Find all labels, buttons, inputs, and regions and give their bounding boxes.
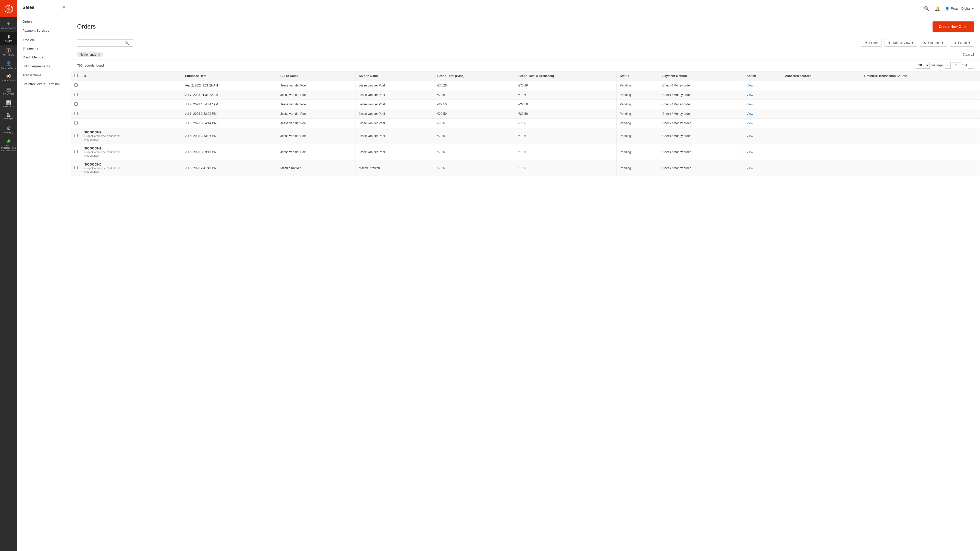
filter-tag-netherlands: Netherlands ✕ bbox=[77, 52, 103, 57]
sidebar-item-sales[interactable]: $ Sales bbox=[0, 32, 18, 45]
columns-button[interactable]: ⚙ Columns ▾ bbox=[920, 39, 947, 47]
cell-bill-to-name: Jesse van der Poel bbox=[277, 119, 355, 128]
page-number-input[interactable] bbox=[952, 62, 961, 68]
sidebar-item-dashboard[interactable]: ⊞ Dashboard bbox=[0, 18, 18, 32]
filter-tag-close-button[interactable]: ✕ bbox=[98, 53, 101, 56]
per-page-dropdown[interactable]: 200 100 50 20 bbox=[916, 62, 930, 68]
customers-icon: 👤 bbox=[6, 62, 11, 65]
flyout-nav-transactions[interactable]: Transactions bbox=[18, 71, 71, 79]
cell-action[interactable]: View bbox=[743, 119, 782, 128]
header-allocated-sources: Allocated sources bbox=[782, 71, 861, 81]
cell-grand-total-purchased: €7.36 bbox=[515, 119, 617, 128]
cell-purchase-date: Jul 6, 2023 3:13:06 PM bbox=[182, 128, 277, 144]
notification-icon[interactable]: 🔔 bbox=[935, 6, 940, 11]
header-purchase-date[interactable]: Purchase Date ↕ bbox=[182, 71, 277, 81]
icon-sidebar: ⊞ Dashboard $ Sales ◫ Catalog 👤 Customer… bbox=[0, 0, 18, 551]
cell-payment-method: Check / Money order bbox=[659, 128, 743, 144]
view-link[interactable]: View bbox=[746, 150, 753, 154]
cell-action[interactable]: View bbox=[743, 144, 782, 160]
view-link[interactable]: View bbox=[746, 93, 753, 97]
cell-order-num: 3000000841GraphCommerce NederlandNederla… bbox=[81, 144, 182, 160]
flyout-nav-credit-memos[interactable]: Credit Memos bbox=[18, 53, 71, 62]
flyout-nav-orders[interactable]: Orders bbox=[18, 17, 71, 26]
sidebar-item-catalog-label: Catalog bbox=[3, 54, 14, 56]
cell-grand-total-purchased: €7.36 bbox=[515, 160, 617, 176]
flyout-nav-shipments[interactable]: Shipments bbox=[18, 44, 71, 53]
cell-purchase-date: Aug 2, 2023 9:21:29 AM bbox=[182, 81, 277, 90]
row-checkbox[interactable] bbox=[74, 93, 78, 96]
row-checkbox[interactable] bbox=[74, 150, 78, 153]
export-button[interactable]: ⬇ Export ▾ bbox=[950, 39, 974, 47]
cell-grand-total-base: €7.36 bbox=[434, 160, 515, 176]
sidebar-item-customers[interactable]: 👤 Customers bbox=[0, 59, 18, 72]
view-link[interactable]: View bbox=[746, 84, 753, 87]
flyout-nav-invoices[interactable]: Invoices bbox=[18, 35, 71, 44]
row-checkbox[interactable] bbox=[74, 112, 78, 115]
table-row: 3000000841GraphCommerce NederlandNederla… bbox=[71, 144, 980, 160]
select-all-checkbox[interactable] bbox=[74, 74, 78, 77]
flyout-close-button[interactable]: ✕ bbox=[62, 5, 65, 10]
cell-action[interactable]: View bbox=[743, 90, 782, 100]
pagination-controls: 200 100 50 20 per page ‹ of 4 › bbox=[916, 62, 974, 68]
search-icon[interactable]: 🔍 bbox=[924, 6, 929, 11]
cell-action[interactable]: View bbox=[743, 100, 782, 109]
flyout-header: Sales ✕ bbox=[18, 0, 71, 15]
pagination-next-button[interactable]: › bbox=[968, 62, 974, 68]
create-new-order-button[interactable]: Create New Order bbox=[932, 21, 974, 32]
header-action: Action bbox=[743, 71, 782, 81]
sidebar-item-system-label: System bbox=[4, 132, 14, 135]
row-checkbox[interactable] bbox=[74, 166, 78, 169]
view-link[interactable]: View bbox=[746, 134, 753, 138]
clear-all-link[interactable]: Clear all bbox=[963, 53, 974, 56]
flyout-nav-payment-services[interactable]: Payment Services bbox=[18, 26, 71, 35]
sidebar-item-find-partners[interactable]: 🧩 Find Partners & Extensions bbox=[0, 137, 18, 155]
user-menu[interactable]: 👤 Reach Digital ▾ bbox=[945, 6, 974, 11]
sidebar-item-catalog[interactable]: ◫ Catalog bbox=[0, 45, 18, 59]
view-link[interactable]: View bbox=[746, 112, 753, 116]
app-logo[interactable] bbox=[0, 0, 18, 17]
row-checkbox[interactable] bbox=[74, 102, 78, 106]
flyout-nav-braintree-terminal[interactable]: Braintree Virtual Terminal bbox=[18, 79, 71, 89]
header-payment-method: Payment Method bbox=[659, 71, 743, 81]
cell-ship-to-name: Machie Kreiken bbox=[356, 160, 434, 176]
view-link[interactable]: View bbox=[746, 103, 753, 106]
sidebar-item-reports[interactable]: 📊 Reports bbox=[0, 98, 18, 110]
header-braintree-source: Braintree Transaction Source bbox=[861, 71, 980, 81]
marketing-icon: 📢 bbox=[6, 74, 11, 78]
default-view-button[interactable]: 👁 Default View ▾ bbox=[885, 39, 917, 47]
row-checkbox[interactable] bbox=[74, 134, 78, 137]
cell-purchase-date: Jul 6, 2023 2:41:49 PM bbox=[182, 160, 277, 176]
view-link[interactable]: View bbox=[746, 121, 753, 125]
sidebar-item-system[interactable]: ⚙ System bbox=[0, 123, 18, 137]
cell-action[interactable]: View bbox=[743, 81, 782, 90]
row-checkbox[interactable] bbox=[74, 83, 78, 87]
sidebar-item-stores[interactable]: 🏪 Stores bbox=[0, 110, 18, 123]
flyout-nav-billing-agreements[interactable]: Billing Agreements bbox=[18, 62, 71, 71]
sidebar-item-content[interactable]: ▤ Content bbox=[0, 84, 18, 98]
cell-purchase-date: Jul 6, 2023 3:09:16 PM bbox=[182, 144, 277, 160]
cell-status: Pending bbox=[617, 160, 659, 176]
row-checkbox[interactable] bbox=[74, 121, 78, 124]
header-order-num: # bbox=[81, 71, 182, 81]
filters-button[interactable]: ▼ Filters bbox=[861, 39, 881, 47]
sidebar-item-marketing[interactable]: 📢 Marketing bbox=[0, 72, 18, 84]
search-input[interactable] bbox=[80, 41, 123, 45]
cell-purchase-date: Jul 7, 2023 11:31:22 AM bbox=[182, 90, 277, 100]
filters-label: Filters bbox=[869, 41, 878, 44]
cell-braintree-source bbox=[861, 90, 980, 100]
pagination-prev-button[interactable]: ‹ bbox=[945, 62, 951, 68]
view-link[interactable]: View bbox=[746, 166, 753, 170]
cell-action[interactable]: View bbox=[743, 160, 782, 176]
table-body: Aug 2, 2023 9:21:29 AMJesse van der Poel… bbox=[71, 81, 980, 176]
filter-row: Netherlands ✕ Clear all bbox=[71, 50, 980, 59]
search-submit-icon[interactable]: 🔍 bbox=[125, 41, 129, 45]
cell-purchase-date: Jul 6, 2023 3:34:44 PM bbox=[182, 119, 277, 128]
cell-payment-method: Check / Money order bbox=[659, 100, 743, 109]
orders-table-container: # Purchase Date ↕ Bill-to Name Ship-to N… bbox=[71, 71, 980, 551]
cell-action[interactable]: View bbox=[743, 128, 782, 144]
cell-action[interactable]: View bbox=[743, 109, 782, 119]
cell-ship-to-name: Jesse van der Poel bbox=[356, 100, 434, 109]
cell-purchase-date: Jul 6, 2023 3:52:22 PM bbox=[182, 109, 277, 119]
cell-grand-total-purchased: €75.26 bbox=[515, 81, 617, 90]
sidebar-item-stores-label: Stores bbox=[4, 118, 14, 121]
